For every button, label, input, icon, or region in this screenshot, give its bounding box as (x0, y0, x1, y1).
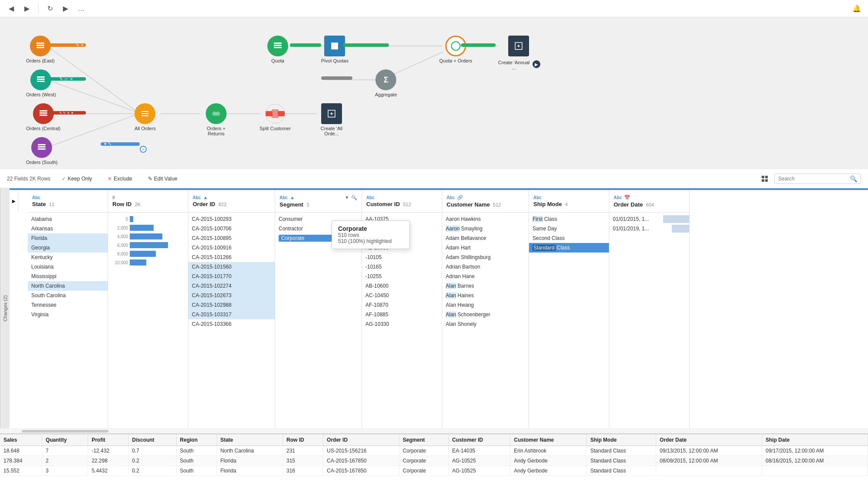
node-create-all[interactable]: Create 'All Orde... (314, 103, 349, 136)
table-row[interactable]: 15.552 3 5.4432 0.2 South Florida 316 CA… (0, 466, 868, 476)
changes-tab[interactable]: Changes (2) (0, 188, 10, 428)
cname-2[interactable]: Aaron Smayling (442, 224, 529, 233)
cname-9[interactable]: Alan Haines (442, 291, 529, 300)
order-id-val-12[interactable]: CA-2015-103366 (188, 319, 275, 329)
order-id-val-3[interactable]: CA-2015-100895 (188, 233, 275, 243)
cname-4[interactable]: Adam Hart (442, 243, 529, 253)
order-id-val-8[interactable]: CA-2015-102274 (188, 281, 275, 291)
td-segment-1: Corporate (399, 446, 449, 456)
node-orders-central[interactable]: Orders (Central) (26, 103, 60, 131)
td-disc-1: 0.7 (128, 446, 176, 456)
state-val-tennessee[interactable]: Tennessee (28, 300, 108, 310)
order-id-val-6[interactable]: CA-2015-101560 (188, 262, 275, 272)
node-aggregate-label: Aggregate (375, 92, 397, 97)
node-orders-west[interactable]: Orders (West) (26, 69, 56, 97)
cust-id-5[interactable]: -10105 (362, 253, 442, 262)
svg-rect-37 (762, 176, 764, 178)
cname-1[interactable]: Aaron Hawkins (442, 214, 529, 224)
state-val-alabama[interactable]: Alabama (28, 214, 108, 224)
order-id-val-4[interactable]: CA-2015-100916 (188, 243, 275, 253)
cname-11[interactable]: Alan Schoenberger (442, 310, 529, 319)
more-button[interactable]: … (75, 3, 87, 15)
svg-rect-29 (272, 109, 279, 118)
node-split-customer[interactable]: Split Customer (260, 103, 291, 131)
edit-value-button[interactable]: ✎ Edit Value (144, 174, 182, 184)
cname-5[interactable]: Adam Shillingsburg (442, 253, 529, 262)
cname-8[interactable]: Alan Barnes (442, 281, 529, 291)
forward-button[interactable]: ▶ (21, 3, 33, 15)
cust-id-11[interactable]: AF-10885 (362, 310, 442, 319)
search-input[interactable] (778, 176, 847, 182)
refresh-button[interactable]: ↻ (44, 3, 56, 15)
ship-mode-second[interactable]: Second Class (529, 233, 609, 243)
grid-view-button[interactable] (759, 173, 771, 185)
ship-mode-standard[interactable]: Standard Class (529, 243, 609, 253)
table-row[interactable]: 18.648 7 -12.432 0.7 South North Carolin… (0, 446, 868, 456)
state-val-nc[interactable]: North Carolina (28, 281, 108, 291)
ship-mode-first[interactable]: First Class (529, 214, 609, 224)
customer-name-col-count: 512 (493, 202, 501, 207)
cust-id-10[interactable]: AF-10870 (362, 300, 442, 310)
state-val-florida[interactable]: Florida (28, 233, 108, 243)
state-val-arkansas[interactable]: Arkansas (28, 224, 108, 233)
state-val-sc[interactable]: South Carolina (28, 291, 108, 300)
cname-3[interactable]: Adam Bellavance (442, 233, 529, 243)
cname-10[interactable]: Alan Hwang (442, 300, 529, 310)
exclude-button[interactable]: ✕ Exclude (103, 174, 137, 184)
state-val-georgia[interactable]: Georgia (28, 243, 108, 253)
td-custname-1: Erin Ashbrook (510, 446, 587, 456)
order-id-val-7[interactable]: CA-2015-101770 (188, 272, 275, 281)
order-date-2[interactable]: 01/01/2019, 1... (609, 224, 689, 233)
h-scrollbar[interactable] (22, 430, 108, 433)
node-create-all-label: Create 'All Orde... (314, 126, 349, 136)
td-custid-2: AG-10525 (448, 456, 510, 466)
td-qty-3: 3 (42, 466, 88, 476)
node-orders-south[interactable]: Orders (South) (26, 137, 58, 165)
node-orders-returns[interactable]: Orders + Returns (199, 103, 233, 136)
node-quota[interactable]: Quota (267, 36, 288, 63)
customer-id-type-badge: Abc (366, 195, 375, 200)
order-id-val-10[interactable]: CA-2015-102988 (188, 300, 275, 310)
notification-bell[interactable]: 🔔 (851, 3, 863, 15)
td-sales-1: 18.648 (0, 446, 42, 456)
cust-id-6[interactable]: -10165 (362, 262, 442, 272)
table-row[interactable]: 178.384 2 22.298 0.2 South Florida 315 C… (0, 456, 868, 466)
cust-id-8[interactable]: AB-10600 (362, 281, 442, 291)
node-orders-east[interactable]: Orders (East) (26, 36, 55, 63)
keep-only-button[interactable]: ✓ Keep Only (57, 174, 96, 184)
expand-button[interactable]: ▶ (10, 190, 18, 212)
run-button[interactable]: ▶ (59, 3, 72, 15)
segment-dropdown-icon[interactable]: ▼ (345, 195, 349, 200)
state-col-count: 11 (49, 202, 54, 207)
node-pivot-quotas[interactable]: Pivot Quotas (321, 36, 349, 63)
cname-12[interactable]: Alan Shonely (442, 319, 529, 329)
state-val-kentucky[interactable]: Kentucky (28, 253, 108, 262)
run-annual-btn[interactable]: ▶ (533, 60, 540, 68)
node-aggregate[interactable]: Σ Aggregate (375, 69, 397, 97)
order-date-type-badge: Abc (614, 195, 622, 200)
order-date-1[interactable]: 01/01/2015, 1... (609, 214, 689, 224)
cust-id-12[interactable]: AG-10330 (362, 319, 442, 329)
order-id-val-1[interactable]: CA-2015-100293 (188, 214, 275, 224)
node-all-orders[interactable]: All Orders (135, 103, 156, 131)
tooltip-rows: 510 rows (338, 232, 403, 238)
back-button[interactable]: ◀ (5, 3, 17, 15)
order-id-val-11[interactable]: CA-2015-103317 (188, 310, 275, 319)
cname-7[interactable]: Adrian Hane (442, 272, 529, 281)
node-quota-orders[interactable]: Quota + Orders (439, 36, 472, 63)
order-id-val-9[interactable]: CA-2015-102673 (188, 291, 275, 300)
state-val-virginia[interactable]: Virginia (28, 310, 108, 319)
order-id-val-5[interactable]: CA-2015-101266 (188, 253, 275, 262)
state-val-louisiana[interactable]: Louisiana (28, 262, 108, 272)
cname-6[interactable]: Adrian Bartson (442, 262, 529, 272)
state-val-mississippi[interactable]: Mississippi (28, 272, 108, 281)
svg-rect-34 (335, 43, 338, 46)
segment-search-icon[interactable]: 🔍 (351, 195, 357, 200)
column-state: Abc State 11 Alabama Arkansas Florida Ge… (28, 190, 108, 428)
order-id-val-2[interactable]: CA-2015-100706 (188, 224, 275, 233)
cust-id-9[interactable]: AC-10450 (362, 291, 442, 300)
ship-mode-same[interactable]: Same Day (529, 224, 609, 233)
cust-id-7[interactable]: -10255 (362, 272, 442, 281)
node-create-annual[interactable]: Create 'Annual ... ▶ (496, 36, 540, 70)
check-icon: ✓ (62, 176, 66, 182)
